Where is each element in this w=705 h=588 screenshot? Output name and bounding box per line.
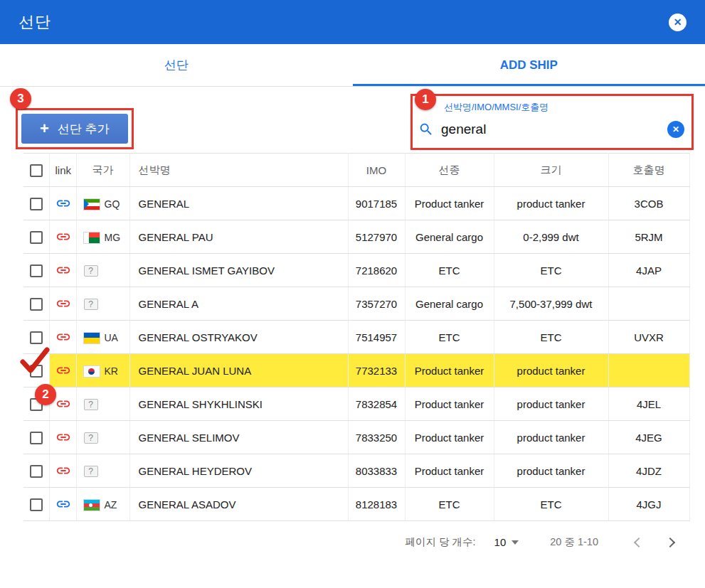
imo-cell: 7514957 <box>348 321 405 354</box>
link-icon[interactable] <box>55 463 71 479</box>
link-icon[interactable] <box>55 329 71 345</box>
row-checkbox[interactable] <box>30 298 43 311</box>
imo-cell: 5127970 <box>348 220 405 254</box>
tab-fleet-label: 선단 <box>164 57 189 73</box>
table-row[interactable]: ? GENERAL SHYKHLINSKI 7832854 Product ta… <box>23 387 689 421</box>
table-row[interactable]: MG GENERAL PAU 5127970 General cargo 0-2… <box>23 220 689 254</box>
country-cell: ? <box>76 454 129 488</box>
country-flag-icon <box>84 232 100 243</box>
annotation-checkmark-icon <box>19 346 51 375</box>
country-code: KR <box>105 365 118 377</box>
row-checkbox[interactable] <box>30 432 43 444</box>
country-flag-icon <box>84 199 100 210</box>
callsign-cell: 4JEG <box>608 421 689 454</box>
ship-name-cell: GENERAL SHYKHLINSKI <box>129 387 348 421</box>
country-code: MG <box>105 232 121 243</box>
country-flag-icon <box>84 366 100 377</box>
ship-type-cell: ETC <box>405 321 494 354</box>
prev-page-icon[interactable] <box>634 537 644 547</box>
plus-icon: + <box>40 121 49 137</box>
imo-cell: 8128183 <box>348 488 405 521</box>
annotation-box-add-button: + 선단 추가 <box>16 108 134 149</box>
table-row[interactable]: AZ GENERAL ASADOV 8128183 ETC ETC 4JGJ <box>23 488 689 521</box>
pagination: 페이지 당 개수: 10 20 중 1-10 <box>0 521 705 549</box>
row-checkbox[interactable] <box>30 331 43 344</box>
dialog-titlebar: 선단 ✕ <box>0 0 705 44</box>
annotation-step-3: 3 <box>10 88 31 109</box>
close-icon[interactable]: ✕ <box>669 14 687 31</box>
imo-cell: 8033833 <box>348 454 405 488</box>
ship-name-cell: GENERAL PAU <box>129 220 348 254</box>
country-flag-icon <box>84 500 100 511</box>
add-fleet-button[interactable]: + 선단 추가 <box>21 114 128 144</box>
page-range: 20 중 1-10 <box>550 535 598 549</box>
country-code: AZ <box>105 499 117 511</box>
header-link: link <box>49 154 76 187</box>
table-row[interactable]: KR GENERAL JUAN LUNA 7732133 Product tan… <box>23 354 689 387</box>
link-icon[interactable] <box>55 363 71 378</box>
ship-name-cell: GENERAL HEYDEROV <box>129 454 348 488</box>
table-row[interactable]: UA GENERAL OSTRYAKOV 7514957 ETC ETC UVX… <box>23 321 689 354</box>
size-cell: ETC <box>494 254 608 287</box>
tab-bar: 선단 ADD SHIP <box>0 44 705 87</box>
size-cell: product tanker <box>494 454 608 488</box>
table-row[interactable]: GQ GENERAL 9017185 Product tanker produc… <box>23 187 689 220</box>
toolbar: + 선단 추가 선박명/IMO/MMSI/호출명 ✕ <box>0 87 705 149</box>
table-row[interactable]: ? GENERAL A 7357270 General cargo 7,500-… <box>23 287 689 321</box>
imo-cell: 9017185 <box>348 187 405 220</box>
ship-type-cell: General cargo <box>405 220 494 254</box>
country-cell: ? <box>76 254 129 287</box>
country-code: GQ <box>105 198 120 210</box>
table-row[interactable]: ? GENERAL ISMET GAYIBOV 7218620 ETC ETC … <box>23 254 689 287</box>
size-cell: ETC <box>494 321 608 354</box>
select-all-checkbox[interactable] <box>30 164 43 177</box>
callsign-cell: 4JEL <box>608 387 689 421</box>
row-checkbox[interactable] <box>30 231 43 244</box>
link-icon[interactable] <box>55 396 71 412</box>
country-cell: AZ <box>76 488 129 521</box>
table-header-row: link 국가 선박명 IMO 선종 크기 호출명 <box>23 154 689 187</box>
country-cell: KR <box>76 354 129 387</box>
ship-table: link 국가 선박명 IMO 선종 크기 호출명 GQ GENERAL 901… <box>23 153 690 521</box>
imo-cell: 7832854 <box>348 387 405 421</box>
callsign-cell: 4JAP <box>608 254 689 287</box>
row-checkbox[interactable] <box>30 465 43 478</box>
link-icon[interactable] <box>55 196 71 211</box>
link-icon[interactable] <box>55 296 71 311</box>
ship-type-cell: Product tanker <box>405 354 494 387</box>
table-row[interactable]: ? GENERAL SELIMOV 7833250 Product tanker… <box>23 421 689 454</box>
next-page-icon[interactable] <box>665 537 675 547</box>
link-icon[interactable] <box>55 429 71 445</box>
dropdown-caret-icon <box>511 540 519 545</box>
ship-name-cell: GENERAL OSTRYAKOV <box>129 321 348 354</box>
per-page-value: 10 <box>494 536 507 548</box>
row-checkbox[interactable] <box>30 264 43 277</box>
annotation-box-search: 선박명/IMO/MMSI/호출명 ✕ <box>410 94 694 150</box>
imo-cell: 7833250 <box>348 421 405 454</box>
size-cell: product tanker <box>494 387 608 421</box>
search-field: ✕ <box>418 117 684 142</box>
imo-cell: 7218620 <box>348 254 405 287</box>
header-callsign: 호출명 <box>608 154 689 187</box>
per-page-select[interactable]: 10 <box>494 536 519 548</box>
size-cell: product tanker <box>494 354 608 387</box>
row-checkbox[interactable] <box>30 498 43 511</box>
size-cell: 0-2,999 dwt <box>494 220 608 254</box>
dialog-title: 선단 <box>18 11 51 33</box>
search-input[interactable] <box>441 122 660 137</box>
link-icon[interactable] <box>55 262 71 278</box>
ship-name-cell: GENERAL JUAN LUNA <box>129 354 348 387</box>
clear-search-icon[interactable]: ✕ <box>667 121 684 138</box>
link-icon[interactable] <box>55 496 71 512</box>
link-icon[interactable] <box>55 229 71 245</box>
row-checkbox[interactable] <box>30 198 43 210</box>
size-cell: 7,500-37,999 dwt <box>494 287 608 321</box>
size-cell: ETC <box>494 488 608 521</box>
tab-fleet[interactable]: 선단 <box>0 44 353 86</box>
table-row[interactable]: ? GENERAL HEYDEROV 8033833 Product tanke… <box>23 454 689 488</box>
country-cell: GQ <box>76 187 129 220</box>
country-flag-icon <box>84 333 100 343</box>
ship-type-cell: General cargo <box>405 287 494 321</box>
annotation-step-2: 2 <box>35 384 56 405</box>
tab-add-ship[interactable]: ADD SHIP <box>353 44 705 86</box>
